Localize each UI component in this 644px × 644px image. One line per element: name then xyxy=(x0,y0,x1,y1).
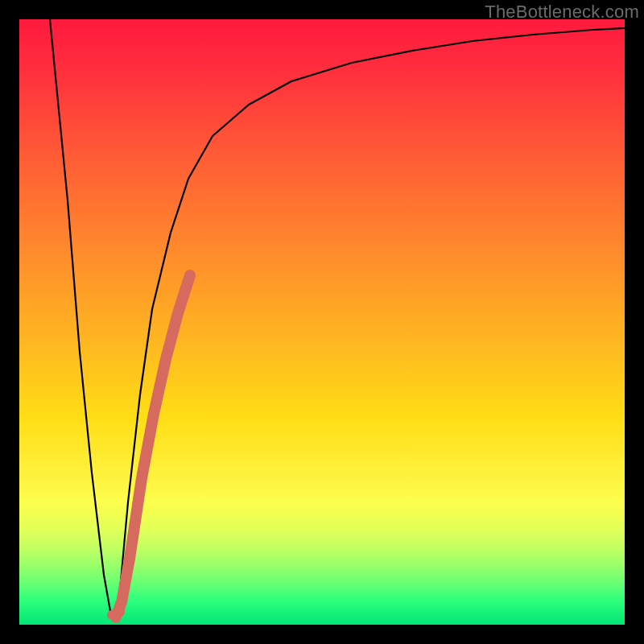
marker-dot xyxy=(115,607,125,617)
highlight-segment xyxy=(116,275,190,617)
curve-overlay xyxy=(19,19,625,625)
watermark-text: TheBottleneck.com xyxy=(485,2,639,23)
outer-frame: TheBottleneck.com xyxy=(0,0,644,644)
